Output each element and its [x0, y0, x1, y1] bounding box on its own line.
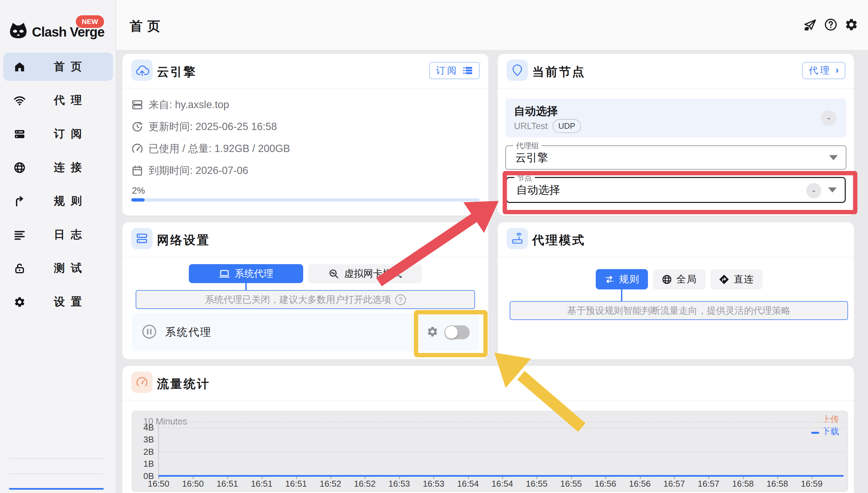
card-title: 当前节点 — [532, 64, 586, 80]
sidebar-item-proxies[interactable]: 代理 — [3, 86, 113, 114]
y-tick-label: 3B — [133, 434, 154, 445]
tab-system-proxy[interactable]: 系统代理 — [189, 264, 303, 283]
gridline — [158, 422, 844, 423]
sidebar-item-test[interactable]: 测试 — [3, 254, 113, 282]
settings-icon[interactable] — [844, 17, 859, 32]
x-tick-label: 16:57 — [663, 479, 685, 489]
traffic-stats-card: 流量统计 10 Minutes 上传 下载 4B 3B 2B 1B 0B 16:… — [122, 366, 854, 493]
node-select-value: 自动选择 — [516, 183, 560, 198]
x-tick-label: 16:51 — [251, 479, 273, 489]
globe-icon — [662, 274, 672, 285]
update-clock-icon — [131, 121, 143, 133]
sidebar-item-logs[interactable]: 日志 — [3, 220, 113, 249]
app-window: Clash Verge NEW 首页 代理 订阅 连接 规则 — [0, 0, 868, 493]
subscription-icon — [13, 128, 26, 141]
y-tick-label: 2B — [133, 447, 154, 457]
network-settings-card: 网络设置 系统代理 虚拟网卡模式 系统代理已关闭，建议大多数用户打开此选项 ? … — [122, 222, 488, 359]
node-latency-badge: - — [806, 183, 821, 198]
selected-node-name: 自动选择 — [514, 104, 558, 119]
system-proxy-label: 系统代理 — [165, 325, 212, 340]
x-tick-label: 16:53 — [388, 479, 410, 489]
list-icon — [462, 65, 473, 76]
sidebar-item-label: 连接 — [54, 160, 88, 175]
mode-button-label: 全局 — [677, 273, 697, 286]
proxy-group-select[interactable]: 代理组 云引擎 — [505, 145, 846, 170]
x-tick-label: 16:55 — [526, 479, 548, 489]
node-select-label: 节点 — [514, 173, 535, 183]
expire-text: 到期时间: 2026-07-06 — [149, 164, 248, 178]
usage-percent: 2% — [132, 186, 145, 196]
sidebar-item-rules[interactable]: 规则 — [3, 187, 113, 215]
help-icon[interactable] — [823, 17, 838, 32]
server-icon — [131, 99, 143, 111]
source-text: 来自: hy.axsle.top — [149, 98, 229, 112]
sidebar-item-home[interactable]: 首页 — [3, 52, 113, 81]
lite-mode-icon[interactable] — [803, 17, 818, 32]
x-tick-label: 16:56 — [595, 479, 616, 489]
calendar-icon — [131, 165, 143, 177]
sidebar-item-settings[interactable]: 设置 — [3, 288, 113, 316]
subscription-source-row: 来自: hy.axsle.top — [131, 98, 229, 112]
tab-label: 系统代理 — [235, 267, 273, 280]
system-proxy-row: 系统代理 — [132, 313, 479, 351]
download-line-marker — [811, 432, 819, 434]
node-select[interactable]: 节点 自动选择 - — [506, 177, 846, 203]
sidebar-item-label: 订阅 — [54, 126, 88, 142]
subscription-button[interactable]: 订阅 — [429, 62, 480, 79]
selected-node-panel[interactable]: 自动选择 URLTest UDP - — [505, 99, 846, 137]
proxy-settings-gear-icon[interactable] — [427, 326, 438, 339]
cat-logo-icon — [8, 21, 29, 41]
proxy-group-value: 云引擎 — [515, 150, 548, 165]
cloud-engine-card: 云引擎 订阅 来自: hy.axsle.top 更新时间: 2025-06-25… — [122, 54, 488, 216]
wifi-icon — [13, 94, 26, 107]
sidebar-item-label: 首页 — [54, 59, 88, 74]
help-circle-icon[interactable]: ? — [395, 294, 406, 305]
mode-global-button[interactable]: 全局 — [653, 269, 705, 290]
latency-badge: - — [821, 110, 837, 126]
x-tick-label: 16:56 — [629, 479, 650, 489]
proxy-mode-card: 代理模式 规则 全局 直连 基于预设规则智能判断流量走向，提供灵活的代理策略 — [498, 222, 854, 359]
gear-icon — [13, 296, 26, 308]
x-tick-label: 16:52 — [354, 479, 376, 489]
proxy-link-label: 代理 — [809, 64, 831, 77]
chevron-down-icon — [829, 155, 838, 160]
rule-mode-message: 基于预设规则智能判断流量走向，提供灵活的代理策略 — [510, 301, 848, 320]
sidebar-item-label: 代理 — [54, 93, 88, 108]
tab-label: 虚拟网卡模式 — [344, 267, 402, 280]
usage-progress-bar — [131, 198, 480, 201]
chevron-down-icon — [828, 188, 837, 193]
mode-button-label: 直连 — [734, 273, 754, 286]
x-tick-label: 16:52 — [319, 479, 341, 489]
x-tick-label: 16:53 — [423, 479, 444, 489]
sidebar-accent-line — [9, 488, 104, 490]
mode-direct-button[interactable]: 直连 — [710, 269, 762, 290]
laptop-icon — [219, 268, 230, 279]
tab-tun-mode[interactable]: 虚拟网卡模式 — [308, 264, 422, 283]
tun-search-icon — [328, 268, 339, 279]
x-tick-label: 16:54 — [457, 479, 479, 489]
sidebar-item-profiles[interactable]: 订阅 — [3, 120, 113, 148]
log-lines-icon — [13, 229, 26, 241]
x-tick-label: 16:58 — [767, 479, 788, 489]
message-text: 系统代理已关闭，建议大多数用户打开此选项 — [205, 294, 391, 306]
cloud-upload-icon — [131, 60, 153, 81]
page-title: 首页 — [130, 17, 165, 35]
mode-rule-button[interactable]: 规则 — [596, 269, 648, 290]
usage-progress-fill — [131, 198, 145, 201]
current-node-card: 当前节点 代理 › 自动选择 URLTest UDP - 代理组 云引擎 节点 … — [498, 54, 854, 216]
proxy-link-button[interactable]: 代理 › — [802, 62, 845, 79]
x-tick-label: 16:51 — [216, 479, 238, 489]
divider — [122, 88, 488, 89]
usage-text: 已使用 / 总量: 1.92GB / 200GB — [149, 142, 290, 156]
sidebar-divider — [9, 458, 104, 459]
sidebar: Clash Verge NEW 首页 代理 订阅 连接 规则 — [0, 0, 116, 493]
update-time-text: 更新时间: 2025-06-25 16:58 — [149, 120, 277, 134]
gridline — [158, 452, 844, 452]
legend-upload[interactable]: 上传 — [822, 414, 839, 424]
y-tick-label: 4B — [133, 423, 154, 433]
sidebar-item-connections[interactable]: 连接 — [3, 153, 113, 181]
system-proxy-toggle[interactable] — [444, 325, 470, 339]
divider — [122, 401, 854, 401]
top-bar: 首页 — [116, 0, 868, 50]
x-tick-label: 16:55 — [560, 479, 582, 489]
